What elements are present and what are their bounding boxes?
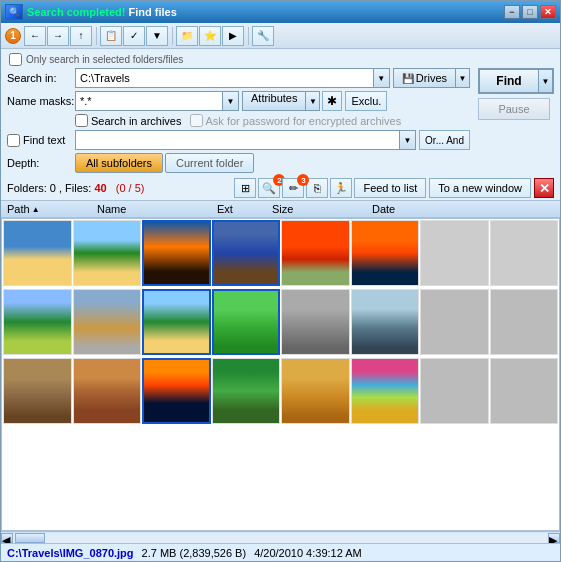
- current-folder-button[interactable]: Current folder: [165, 153, 254, 173]
- name-column-header[interactable]: Name: [93, 203, 213, 215]
- thumb-14[interactable]: [351, 289, 420, 355]
- toolbar-sep-2: [172, 27, 173, 45]
- thumb-6[interactable]: [351, 220, 420, 286]
- scrollbar-right-arrow[interactable]: ▶: [548, 533, 560, 543]
- file-count-area: Folders: 0 , Files: 40 (0 / 5): [7, 182, 234, 194]
- ext-column-header[interactable]: Ext: [213, 203, 268, 215]
- date-column-header[interactable]: Date: [368, 203, 508, 215]
- toolbar-check-button[interactable]: ✓: [123, 26, 145, 46]
- ask-password-checkbox[interactable]: [190, 114, 203, 127]
- search-archives-label: Search in archives: [91, 115, 182, 127]
- depth-row: Depth: All subfolders Current folder: [7, 153, 554, 173]
- only-search-row: Only search in selected folders/files: [7, 53, 554, 66]
- pause-button[interactable]: Pause: [478, 98, 550, 120]
- thumb-13[interactable]: [281, 289, 350, 355]
- only-search-checkbox[interactable]: [9, 53, 22, 66]
- search-in-dropdown[interactable]: ▼: [374, 68, 390, 88]
- toolbar-play-button[interactable]: ▶: [222, 26, 244, 46]
- toolbar-back-button[interactable]: ←: [24, 26, 46, 46]
- thumb-20[interactable]: [212, 358, 281, 424]
- toolbar-star-button[interactable]: ⭐: [199, 26, 221, 46]
- folders-label: Folders:: [7, 182, 47, 194]
- name-masks-label: Name masks:: [7, 95, 75, 107]
- thumbnail-view-button[interactable]: ⊞: [234, 178, 256, 198]
- name-masks-dropdown[interactable]: ▼: [223, 91, 239, 111]
- thumb-23[interactable]: [420, 358, 489, 424]
- toolbar-forward-button[interactable]: →: [47, 26, 69, 46]
- thumb-19[interactable]: [142, 358, 211, 424]
- search-fields: Search in: ▼ 💾 Drives ▼ Name masks:: [7, 68, 470, 153]
- size-column-header[interactable]: Size: [268, 203, 368, 215]
- toolbar2: ⊞ 🔍 2 ✏ 3 ⎘ 🏃 Feed to list To a new wind…: [234, 178, 554, 198]
- tb2-copy-button[interactable]: ⎘: [306, 178, 328, 198]
- thumb-2[interactable]: [73, 220, 142, 286]
- thumb-15[interactable]: [420, 289, 489, 355]
- thumb-9[interactable]: [3, 289, 72, 355]
- thumb-8[interactable]: [490, 220, 559, 286]
- toolbar-folder-button[interactable]: 📁: [176, 26, 198, 46]
- scrollbar-left-arrow[interactable]: ◀: [1, 533, 13, 543]
- find-button-group: Find ▼: [478, 68, 554, 94]
- thumb-22[interactable]: [351, 358, 420, 424]
- find-text-checkbox[interactable]: [7, 134, 20, 147]
- thumb-5[interactable]: [281, 220, 350, 286]
- files-value: 40: [94, 182, 106, 194]
- scrollbar-track[interactable]: [13, 533, 548, 543]
- toolbar-sep-1: [96, 27, 97, 45]
- sort-arrow: ▲: [32, 205, 40, 214]
- thumb-21[interactable]: [281, 358, 350, 424]
- thumb-17[interactable]: [3, 358, 72, 424]
- toolbar-btn-2[interactable]: 📋: [100, 26, 122, 46]
- find-text-input[interactable]: [75, 130, 400, 150]
- toolbar-sep-3: [248, 27, 249, 45]
- app-icon: 🔍: [5, 4, 23, 20]
- name-masks-input[interactable]: [75, 91, 223, 111]
- thumb-11[interactable]: [142, 289, 211, 355]
- column-headers: Path ▲ Name Ext Size Date: [1, 200, 560, 218]
- thumb-24[interactable]: [490, 358, 559, 424]
- folders-value: 0: [50, 182, 56, 194]
- close-search-button[interactable]: ✕: [534, 178, 554, 198]
- badge3-wrapper: ✏ 3: [282, 178, 305, 198]
- find-text-dropdown[interactable]: ▼: [400, 130, 416, 150]
- all-subfolders-button[interactable]: All subfolders: [75, 153, 163, 173]
- status-date: 4/20/2010 4:39:12 AM: [254, 547, 362, 559]
- search-archives-checkbox[interactable]: [75, 114, 88, 127]
- drives-main-btn[interactable]: 💾 Drives: [393, 68, 456, 88]
- thumb-18[interactable]: [73, 358, 142, 424]
- toolbar-arrow-button[interactable]: ▼: [146, 26, 168, 46]
- thumb-12[interactable]: [212, 289, 281, 355]
- toolbar-misc-button[interactable]: 🔧: [252, 26, 274, 46]
- search-section: Only search in selected folders/files Se…: [1, 49, 560, 176]
- status-size: 2.7 MB (2,839,526 B): [142, 547, 247, 559]
- or-and-button[interactable]: Or... And: [419, 130, 470, 150]
- attributes-arrow-btn[interactable]: ▼: [306, 91, 320, 111]
- search-in-input[interactable]: [75, 68, 374, 88]
- toolbar-up-button[interactable]: ↑: [70, 26, 92, 46]
- scrollbar-thumb[interactable]: [15, 533, 45, 543]
- maximize-button[interactable]: □: [522, 5, 538, 19]
- close-button[interactable]: ✕: [540, 5, 556, 19]
- find-button[interactable]: Find: [480, 70, 538, 92]
- to-new-window-button[interactable]: To a new window: [429, 178, 531, 198]
- minimize-button[interactable]: −: [504, 5, 520, 19]
- view-btn-group: ⊞: [234, 178, 257, 198]
- archives-row: Search in archives Ask for password for …: [7, 114, 470, 127]
- path-column-header[interactable]: Path ▲: [3, 203, 93, 215]
- tb2-run-button[interactable]: 🏃: [330, 178, 352, 198]
- thumb-1[interactable]: [3, 220, 72, 286]
- thumb-16[interactable]: [490, 289, 559, 355]
- thumb-4[interactable]: [212, 220, 281, 286]
- drives-arrow-btn[interactable]: ▼: [456, 68, 470, 88]
- feed-to-list-button[interactable]: Feed to list: [354, 178, 426, 198]
- thumb-7[interactable]: [420, 220, 489, 286]
- thumb-3[interactable]: [142, 220, 211, 286]
- main-window: 🔍 Search completed! Find files − □ ✕ 1 ←…: [0, 0, 561, 562]
- find-dropdown-button[interactable]: ▼: [538, 70, 552, 92]
- exclu-button[interactable]: Exclu.: [345, 91, 387, 111]
- thumb-10[interactable]: [73, 289, 142, 355]
- attributes-main-btn[interactable]: Attributes: [242, 91, 306, 111]
- star-button[interactable]: ✱: [322, 91, 342, 111]
- horizontal-scrollbar[interactable]: ◀ ▶: [1, 531, 560, 543]
- file-grid: [2, 219, 559, 530]
